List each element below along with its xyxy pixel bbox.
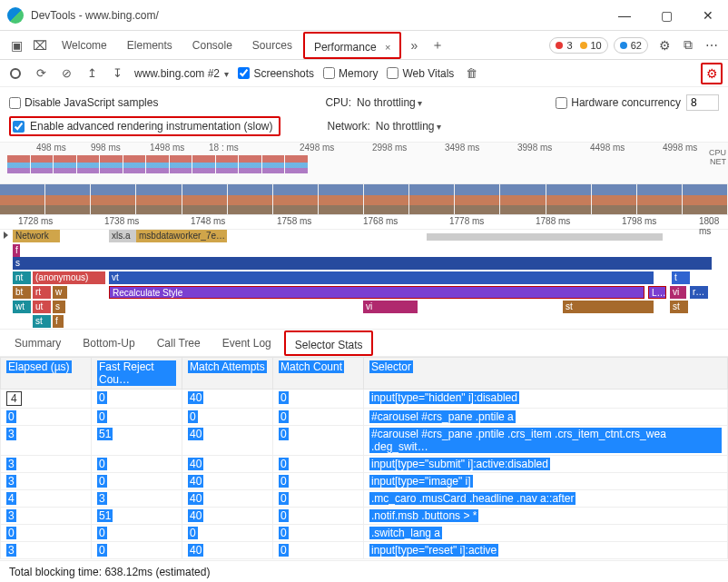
table-cell: 40	[182, 490, 273, 508]
table-cell: 40	[182, 426, 273, 456]
table-cell: 4	[1, 490, 92, 508]
table-cell: 3	[1, 508, 92, 525]
download-recording-button[interactable]: ↧	[109, 65, 125, 82]
tab-summary[interactable]: Summary	[5, 330, 70, 356]
table-cell: 0	[273, 409, 364, 426]
table-cell: .switch_lang a	[364, 525, 728, 542]
timeline-overview[interactable]: 498 ms 998 ms 1498 ms 18 : ms 2498 ms 29…	[0, 143, 728, 184]
table-row[interactable]: 30400input[type="image" i]	[1, 473, 728, 490]
table-cell: 4	[1, 390, 92, 409]
table-row[interactable]: 43400.mc_caro .musCard .headline .nav a:…	[1, 490, 728, 508]
tab-performance[interactable]: Performance ×	[303, 32, 401, 59]
table-cell: 40	[182, 542, 273, 559]
table-cell: 3	[1, 542, 92, 559]
tab-elements[interactable]: Elements	[118, 32, 182, 59]
tab-console[interactable]: Console	[183, 32, 241, 59]
screenshots-checkbox[interactable]: Screenshots	[238, 67, 314, 80]
network-throttle-select[interactable]: No throttling▾	[376, 120, 441, 133]
table-cell: #carousel #crs_pane .pntile .crs_item .c…	[364, 426, 728, 456]
table-cell: 0	[92, 525, 182, 542]
info-count-pill[interactable]: 62	[614, 37, 648, 54]
upload-recording-button[interactable]: ↥	[84, 65, 100, 82]
error-count-pill[interactable]: 3 10	[549, 37, 607, 54]
table-cell: 0	[182, 525, 273, 542]
table-cell: 0	[92, 390, 182, 409]
warning-count: 10	[591, 40, 602, 51]
cpu-throttle-select[interactable]: No throttling▾	[357, 96, 422, 109]
app-icon	[7, 7, 24, 24]
col-match-count[interactable]: Match Count	[273, 358, 364, 390]
table-cell: 0	[273, 426, 364, 456]
tab-sources[interactable]: Sources	[243, 32, 301, 59]
table-row[interactable]: 0000.switch_lang a	[1, 525, 728, 542]
disable-js-checkbox[interactable]: Disable JavaScript samples	[9, 96, 158, 109]
inspect-icon[interactable]: ▣	[5, 35, 27, 56]
cpu-throttle-label: CPU:	[325, 96, 351, 109]
more-menu-icon[interactable]: ⋯	[701, 35, 723, 56]
info-count: 62	[631, 40, 642, 51]
col-selector[interactable]: Selector	[364, 358, 728, 390]
advanced-rendering-checkbox[interactable]: Enable advanced rendering instrumentatio…	[9, 116, 280, 136]
expand-toggle-icon[interactable]	[4, 232, 8, 239]
table-cell: input[type="hidden" i]:disabled	[364, 390, 728, 409]
table-cell: input[type="submit" i]:active:disabled	[364, 456, 728, 473]
hardware-concurrency-checkbox[interactable]: Hardware concurrency	[556, 96, 681, 109]
table-cell: 40	[182, 390, 273, 409]
reload-record-button[interactable]: ⟳	[33, 65, 49, 82]
table-cell: 0	[273, 525, 364, 542]
status-bar: Total blocking time: 638.12ms (estimated…	[0, 560, 728, 582]
tab-event-log[interactable]: Event Log	[213, 330, 280, 356]
capture-settings-button[interactable]: ⚙	[701, 63, 723, 84]
table-row[interactable]: 30400input[type="submit" i]:active:disab…	[1, 456, 728, 473]
col-elapsed[interactable]: Elapsed (µs)	[1, 358, 92, 390]
table-row[interactable]: 0000#carousel #crs_pane .pntile a	[1, 409, 728, 426]
recording-select[interactable]: www.bing.com #2 ▾	[134, 67, 229, 80]
window-title: DevTools - www.bing.com/	[31, 9, 612, 22]
table-row[interactable]: 351400.notif.msb .buttons > *	[1, 508, 728, 525]
overview-bars	[7, 155, 701, 173]
delete-recording-button[interactable]: 🗑	[463, 65, 479, 82]
tabs-overflow-icon[interactable]: »	[403, 35, 425, 56]
table-cell: 51	[92, 426, 182, 456]
table-row[interactable]: 40400input[type="hidden" i]:disabled	[1, 390, 728, 409]
clear-button[interactable]: ⊘	[58, 65, 74, 82]
window-minimize-button[interactable]: —	[612, 5, 637, 26]
add-tab-icon[interactable]: ＋	[427, 35, 448, 56]
performance-toolbar: ⟳ ⊘ ↥ ↧ www.bing.com #2 ▾ Screenshots Me…	[0, 60, 728, 87]
table-cell: 0	[1, 525, 92, 542]
table-header-row: Elapsed (µs) Fast Reject Cou… Match Atte…	[1, 358, 728, 390]
table-cell: 0	[273, 473, 364, 490]
table-cell: 40	[182, 473, 273, 490]
settings-gear-icon[interactable]: ⚙	[654, 35, 675, 56]
track-network-label[interactable]: Network	[13, 230, 60, 242]
screenshot-filmstrip[interactable]	[0, 184, 728, 215]
device-toggle-icon[interactable]: ⌧	[29, 35, 51, 56]
table-row[interactable]: 30400input[type="reset" i]:active	[1, 542, 728, 559]
tab-selector-stats[interactable]: Selector Stats	[284, 330, 374, 356]
table-cell: 0	[273, 542, 364, 559]
table-cell: 40	[182, 456, 273, 473]
selector-stats-table[interactable]: Elapsed (µs) Fast Reject Cou… Match Atte…	[0, 357, 728, 559]
col-fast-reject[interactable]: Fast Reject Cou…	[92, 358, 182, 390]
dock-side-icon[interactable]: ⧉	[677, 35, 699, 56]
flamechart[interactable]: Network xls.a msbdataworker_7e… f s nt (…	[0, 230, 728, 330]
window-close-button[interactable]: ✕	[695, 5, 721, 26]
tab-call-tree[interactable]: Call Tree	[148, 330, 210, 356]
table-cell: #carousel #crs_pane .pntile a	[364, 409, 728, 426]
table-cell: 0	[92, 409, 182, 426]
col-match-attempts[interactable]: Match Attempts	[182, 358, 273, 390]
flamechart-ruler: 1728 ms 1738 ms 1748 ms 1758 ms 1768 ms …	[0, 215, 728, 230]
table-cell: 0	[182, 409, 273, 426]
table-row[interactable]: 351400#carousel #crs_pane .pntile .crs_i…	[1, 426, 728, 456]
memory-checkbox[interactable]: Memory	[323, 67, 378, 80]
tab-welcome[interactable]: Welcome	[53, 32, 116, 59]
overview-cpu-label: CPU	[709, 148, 726, 157]
tab-close-icon[interactable]: ×	[385, 42, 390, 53]
record-button[interactable]	[7, 65, 24, 82]
webvitals-checkbox[interactable]: Web Vitals	[387, 67, 454, 80]
hardware-concurrency-input[interactable]	[686, 94, 719, 111]
window-maximize-button[interactable]: ▢	[654, 5, 679, 26]
tab-bottom-up[interactable]: Bottom-Up	[74, 330, 143, 356]
table-cell: 0	[273, 508, 364, 525]
network-throttle-label: Network:	[328, 120, 370, 133]
